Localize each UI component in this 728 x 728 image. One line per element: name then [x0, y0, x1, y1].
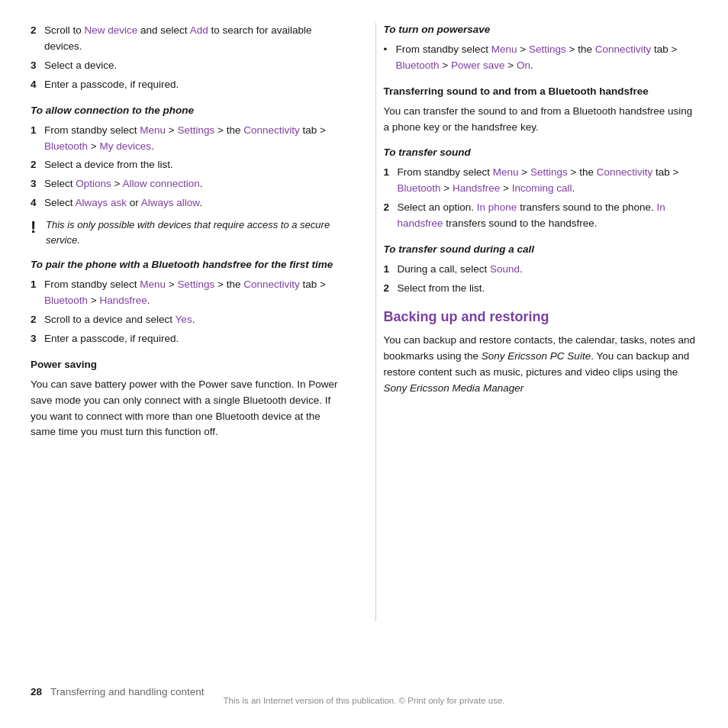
list-item: 1 During a call, select Sound.	[384, 262, 698, 278]
list-num: 2	[384, 281, 393, 297]
backing-up-section: Backing up and restoring You can backup …	[384, 308, 698, 397]
link-add: Add	[190, 24, 208, 36]
list-item: 4 Enter a passcode, if required.	[31, 77, 345, 93]
left-column: 2 Scroll to New device and select Add to…	[31, 23, 353, 621]
transfer-during-title: To transfer sound during a call	[384, 243, 698, 257]
transfer-during-section: To transfer sound during a call 1 During…	[384, 243, 698, 297]
link-bluetooth: Bluetooth	[396, 60, 440, 71]
transfer-heading-title: Transferring sound to and from a Bluetoo…	[384, 85, 698, 99]
list-item: 2 Scroll to New device and select Add to…	[31, 23, 345, 55]
intro-section: 2 Scroll to New device and select Add to…	[31, 23, 345, 93]
power-saving-body: You can save battery power with the Powe…	[31, 377, 345, 441]
list-num: 2	[384, 200, 393, 232]
list-text: Scroll to a device and select Yes.	[44, 312, 195, 328]
backing-up-title: Backing up and restoring	[384, 308, 698, 327]
list-item: • From standby select Menu > Settings > …	[384, 42, 698, 74]
pair-title: To pair the phone with a Bluetooth hands…	[31, 258, 345, 272]
link-handsfree: Handsfree	[99, 295, 147, 306]
list-num: 3	[31, 176, 40, 192]
powersave-section: To turn on powersave • From standby sele…	[384, 23, 698, 74]
right-column: To turn on powersave • From standby sele…	[375, 23, 698, 621]
list-num: 1	[384, 165, 393, 197]
transfer-during-list: 1 During a call, select Sound. 2 Select …	[384, 262, 698, 297]
warning-text: This is only possible with devices that …	[46, 217, 345, 247]
list-text: Select Always ask or Always allow.	[44, 195, 202, 211]
list-text: From standby select Menu > Settings > th…	[396, 42, 698, 74]
list-num: 1	[31, 277, 40, 309]
link-connectivity: Connectivity	[597, 166, 653, 178]
pair-section: To pair the phone with a Bluetooth hands…	[31, 258, 345, 347]
list-num: 1	[384, 262, 393, 278]
link-settings: Settings	[530, 166, 568, 178]
list-item: 1 From standby select Menu > Settings > …	[31, 277, 345, 309]
page: 2 Scroll to New device and select Add to…	[0, 0, 728, 728]
sony-media-manager: Sony Ericsson Media Manager	[384, 382, 524, 394]
list-text: From standby select Menu > Settings > th…	[44, 123, 345, 155]
powersave-list: • From standby select Menu > Settings > …	[384, 42, 698, 74]
link-bluetooth: Bluetooth	[398, 182, 441, 194]
list-text: Scroll to New device and select Add to s…	[44, 23, 345, 55]
list-item: 2 Select from the list.	[384, 281, 698, 297]
transfer-heading-section: Transferring sound to and from a Bluetoo…	[384, 85, 698, 136]
list-num: 2	[31, 157, 40, 173]
list-item: 3 Select a device.	[31, 58, 345, 74]
list-text: Select from the list.	[398, 281, 485, 297]
link-my-devices: My devices	[99, 140, 151, 152]
list-text: Select a device from the list.	[44, 157, 173, 173]
power-saving-section: Power saving You can save battery power …	[31, 358, 345, 441]
sony-pc-suite: Sony Ericsson PC Suite	[482, 350, 591, 362]
transfer-sound-title: To transfer sound	[384, 146, 698, 160]
list-item: 1 From standby select Menu > Settings > …	[31, 123, 345, 155]
link-always-allow: Always allow	[141, 197, 200, 208]
link-incoming-call: Incoming call	[512, 182, 572, 194]
list-text: Enter a passcode, if required.	[44, 331, 179, 347]
transfer-sound-section: To transfer sound 1 From standby select …	[384, 146, 698, 232]
power-saving-title: Power saving	[31, 358, 345, 372]
link-new-device: New device	[85, 24, 138, 36]
link-menu: Menu	[140, 279, 166, 290]
list-num: 2	[31, 312, 40, 328]
list-text: During a call, select Sound.	[398, 262, 523, 278]
allow-connection-title: To allow connection to the phone	[31, 104, 345, 118]
link-handsfree: Handsfree	[453, 182, 500, 194]
link-in-phone: In phone	[477, 201, 517, 213]
list-item: 2 Select an option. In phone transfers s…	[384, 200, 698, 232]
link-yes: Yes	[176, 314, 192, 325]
footer: This is an Internet version of this publ…	[0, 694, 728, 713]
list-num: 4	[31, 77, 40, 93]
bullet: •	[384, 42, 391, 74]
link-connectivity: Connectivity	[595, 43, 652, 55]
transfer-heading-body: You can transfer the sound to and from a…	[384, 104, 698, 136]
list-item: 2 Scroll to a device and select Yes.	[31, 312, 345, 328]
link-always-ask: Always ask	[76, 197, 127, 208]
list-item: 3 Select Options > Allow connection.	[31, 176, 345, 192]
list-text: Enter a passcode, if required.	[44, 77, 179, 93]
transfer-sound-list: 1 From standby select Menu > Settings > …	[384, 165, 698, 232]
allow-connection-list: 1 From standby select Menu > Settings > …	[31, 123, 345, 212]
backing-up-body: You can backup and restore contacts, the…	[384, 333, 698, 397]
link-on: On	[517, 60, 530, 71]
link-options: Options	[76, 178, 111, 189]
link-bluetooth: Bluetooth	[44, 295, 88, 306]
link-sound: Sound	[490, 263, 520, 275]
list-item: 1 From standby select Menu > Settings > …	[384, 165, 698, 197]
list-num: 3	[31, 331, 40, 347]
link-allow-connection: Allow connection	[122, 178, 199, 189]
list-num: 4	[31, 195, 40, 211]
list-item: 3 Enter a passcode, if required.	[31, 331, 345, 347]
list-item: 2 Select a device from the list.	[31, 157, 345, 173]
list-text: From standby select Menu > Settings > th…	[398, 165, 698, 197]
pair-list: 1 From standby select Menu > Settings > …	[31, 277, 345, 347]
list-item: 4 Select Always ask or Always allow.	[31, 195, 345, 211]
link-connectivity: Connectivity	[243, 279, 300, 290]
list-text: From standby select Menu > Settings > th…	[44, 277, 345, 309]
link-settings: Settings	[529, 43, 566, 55]
columns: 2 Scroll to New device and select Add to…	[31, 23, 697, 621]
link-in-handsfree: In handsfree	[398, 201, 665, 229]
warning-block: ! This is only possible with devices tha…	[31, 217, 345, 247]
link-settings: Settings	[177, 124, 214, 136]
link-settings: Settings	[177, 279, 214, 290]
link-menu: Menu	[140, 124, 166, 136]
link-menu: Menu	[493, 166, 519, 178]
warning-icon: !	[31, 217, 41, 247]
